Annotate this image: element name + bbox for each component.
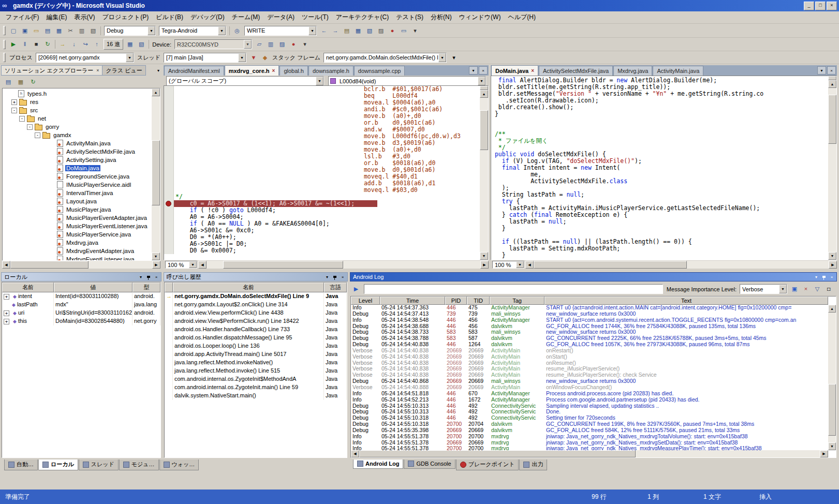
tree-item-layout-java[interactable]: Layout.java bbox=[3, 197, 152, 205]
tab-class-view[interactable]: クラス ビュー bbox=[102, 65, 145, 76]
editor-gutter[interactable] bbox=[164, 146, 174, 153]
tree-item-foregroundservice-java[interactable]: ForegroundService.java bbox=[3, 172, 152, 181]
tree-item-imusicplayerservice-aidl[interactable]: IMusicPlayerService.aidl bbox=[3, 181, 152, 189]
doc-right-tab-mxdrvg-java[interactable]: Mxdrvg.java bbox=[613, 66, 652, 76]
continue-icon[interactable]: ▶ bbox=[8, 39, 19, 49]
importance-combo[interactable]: Verbose▼ bbox=[740, 284, 787, 294]
code-line[interactable] bbox=[491, 124, 828, 131]
log-row[interactable]: Debug05-24 14:55:35.3982066920669dalvikv… bbox=[351, 427, 828, 434]
call-stack-row[interactable]: java.lang.reflect.Method.invokeNative()J… bbox=[165, 359, 347, 367]
solution-explorer-icon[interactable]: ▤ bbox=[342, 26, 352, 36]
editor-gutter[interactable] bbox=[164, 120, 174, 126]
chevron-down-icon[interactable]: ▼ bbox=[189, 261, 197, 268]
call-stack-row[interactable]: android.os.Handler.handleCallback() Line… bbox=[165, 325, 347, 334]
scrollbar-track[interactable] bbox=[10, 261, 152, 269]
refresh-icon[interactable]: ↻ bbox=[27, 77, 39, 87]
doc-left-tab-downsample-cpp[interactable]: downsample.cpp bbox=[354, 66, 405, 76]
pin-icon[interactable] bbox=[331, 274, 338, 280]
log-row[interactable]: Verbose05-24 14:54:40.8382066920669Activ… bbox=[351, 366, 828, 372]
scrollbar-thumb[interactable] bbox=[10, 261, 89, 269]
scrollbar-thumb[interactable] bbox=[223, 261, 344, 269]
scrollbar-track[interactable] bbox=[828, 88, 836, 252]
minimize-icon[interactable]: _ bbox=[804, 2, 814, 10]
properties-icon[interactable]: ▤ bbox=[3, 77, 14, 87]
column-header-tag[interactable]: Tag bbox=[490, 297, 544, 305]
pin-icon[interactable] bbox=[145, 274, 152, 280]
code-line[interactable]: move.b d0,$001d(a6) bbox=[164, 167, 480, 173]
tree-expander-icon[interactable]: - bbox=[35, 132, 40, 138]
editor-gutter[interactable] bbox=[164, 207, 174, 214]
log-row[interactable]: Info05-24 14:55:51.3782070020700mxdrvgjn… bbox=[351, 434, 828, 440]
filter-log-icon[interactable]: ▽ bbox=[812, 284, 822, 294]
new-project-icon[interactable]: ▢ bbox=[8, 26, 19, 36]
close-icon[interactable]: × bbox=[96, 68, 99, 73]
close-icon[interactable]: × bbox=[827, 2, 837, 10]
scrollbar-thumb[interactable] bbox=[480, 110, 488, 150]
properties-window-icon[interactable]: ▦ bbox=[353, 26, 363, 36]
add-item-icon[interactable]: ▣ bbox=[20, 26, 30, 36]
tab-item[interactable]: 自動… bbox=[4, 459, 38, 470]
chevron-down-icon[interactable]: ▼ bbox=[238, 53, 246, 62]
menu-h[interactable]: ヘルプ(H) bbox=[504, 12, 539, 23]
column-header-language[interactable]: 言語 bbox=[324, 283, 347, 292]
editor-gutter[interactable] bbox=[164, 133, 174, 140]
vertical-scrollbar[interactable]: ▲ ▼ bbox=[828, 76, 836, 260]
chevron-down-icon[interactable]: ▼ bbox=[126, 53, 134, 62]
vertical-scrollbar[interactable]: ▲ ▼ bbox=[152, 88, 160, 260]
chevron-down-icon[interactable]: ▼ bbox=[779, 285, 787, 293]
tree-item-mxdrvg-java[interactable]: Mxdrvg.java bbox=[3, 239, 152, 247]
editor-gutter[interactable] bbox=[164, 99, 174, 106]
scroll-left-icon[interactable]: ◀ bbox=[2, 261, 10, 269]
scroll-right-icon[interactable]: ▶ bbox=[152, 261, 160, 269]
window-position-icon[interactable]: ▾ bbox=[813, 274, 820, 280]
log-row[interactable]: Info05-24 14:54:37.363446475ActivityMana… bbox=[351, 305, 828, 311]
doc-left-tab-global-h[interactable]: global.h bbox=[279, 66, 308, 76]
scrollbar-thumb[interactable] bbox=[828, 384, 836, 436]
toolbar-grip[interactable] bbox=[3, 26, 6, 35]
log-row[interactable]: Info05-24 14:55:51.3782070020700mxdrvgjn… bbox=[351, 446, 828, 450]
locals-row-intent[interactable]: +◆intentIntent(id=830031100288)android. bbox=[2, 292, 160, 301]
menu-t[interactable]: ツール(T) bbox=[298, 12, 332, 23]
title-bar[interactable]: ∞ gamdx (デバッグ中) - Microsoft Visual Studi… bbox=[0, 0, 839, 11]
scrollbar-track[interactable] bbox=[207, 261, 480, 269]
scroll-lock-icon[interactable]: ◘ bbox=[823, 284, 834, 294]
chevron-down-icon[interactable]: ▼ bbox=[438, 53, 446, 62]
code-line[interactable]: } bbox=[491, 111, 828, 117]
log-row[interactable]: Debug05-24 14:54:38.688446456dalvikvmGC_… bbox=[351, 323, 828, 330]
doc-right-tab-activityselectmdxfile-java[interactable]: ActivitySelectMdxFile.java bbox=[539, 66, 613, 76]
code-line[interactable] bbox=[491, 117, 828, 124]
modules-window-icon[interactable]: ▨ bbox=[277, 39, 287, 49]
code-line[interactable]: bclr.b #$01,$0017(a6) bbox=[164, 86, 480, 93]
menu-e[interactable]: 編集(E) bbox=[42, 12, 70, 23]
scrollbar-track[interactable] bbox=[152, 96, 160, 253]
log-row[interactable]: Debug05-24 14:55:10.3182070020704dalvikv… bbox=[351, 421, 828, 427]
column-header-name[interactable]: 名前 bbox=[2, 283, 54, 292]
column-header-name[interactable]: 名前 bbox=[173, 283, 324, 292]
doc-left-tab-mxdrvg-core-h[interactable]: mxdrvg_core.h× bbox=[225, 65, 279, 76]
editor-gutter[interactable] bbox=[164, 187, 174, 194]
horizontal-scrollbar[interactable]: ◀ ▶ bbox=[2, 261, 160, 269]
call-stack-row[interactable]: android.view.View.performClick() Line 44… bbox=[165, 309, 347, 317]
code-editor-domain-java[interactable]: final AlertDialog.Builder bldr = new Ale… bbox=[491, 76, 828, 260]
call-stack-row[interactable]: dalvik.system.NativeStart.main()Java bbox=[165, 392, 347, 400]
navigate-backward-icon[interactable]: ← bbox=[319, 25, 329, 35]
vertical-scrollbar[interactable]: ▲ ▼ bbox=[828, 305, 836, 450]
column-header-time[interactable]: Time bbox=[380, 297, 445, 305]
scroll-up-icon[interactable]: ▲ bbox=[152, 88, 160, 96]
menu-p[interactable]: プロジェクト(P) bbox=[98, 12, 152, 23]
chevron-down-icon[interactable]: ▼ bbox=[478, 77, 485, 85]
scroll-up-icon[interactable]: ▲ bbox=[828, 305, 836, 313]
code-line[interactable]: move.b (a0)+,d0 bbox=[164, 146, 480, 153]
column-header-pid[interactable]: PID bbox=[445, 297, 467, 305]
scrollbar-track[interactable] bbox=[359, 450, 820, 457]
expand-icon[interactable]: + bbox=[4, 294, 9, 300]
close-document-icon[interactable]: × bbox=[827, 66, 836, 75]
close-document-icon[interactable]: × bbox=[479, 66, 488, 75]
editor-gutter[interactable] bbox=[164, 247, 174, 254]
code-line[interactable]: add.b $0018(a6),d1 bbox=[164, 180, 480, 187]
menu-d[interactable]: デバッグ(D) bbox=[187, 12, 228, 23]
editor-gutter[interactable] bbox=[164, 160, 174, 167]
clear-log-icon[interactable]: × bbox=[801, 284, 811, 294]
tree-item-activityselectmdxfile-java[interactable]: ActivitySelectMdxFile.java bbox=[3, 147, 152, 156]
code-line[interactable]: or.b d0,$001c(a6) bbox=[164, 120, 480, 126]
